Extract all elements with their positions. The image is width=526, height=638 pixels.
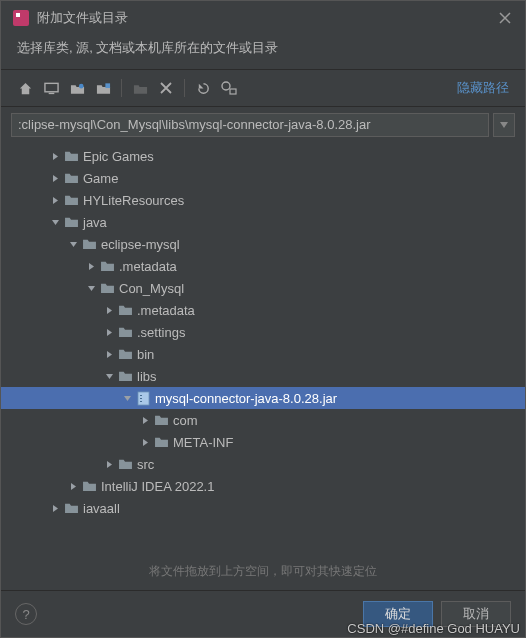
folder-icon [153, 434, 169, 450]
chevron-right-icon[interactable] [137, 412, 153, 428]
path-row: :clipse-mysql\Con_Mysql\libs\mysql-conne… [1, 107, 525, 143]
svg-rect-3 [48, 92, 54, 93]
show-hidden-icon[interactable] [217, 76, 241, 100]
tree-node-label: .metadata [119, 259, 177, 274]
chevron-right-icon[interactable] [101, 346, 117, 362]
dialog-subtitle: 选择库类, 源, 文档或本机库所在的文件或目录 [1, 35, 525, 69]
home-icon[interactable] [13, 76, 37, 100]
tree-node-label: iavaall [83, 501, 120, 516]
tree-node[interactable]: eclipse-mysql [1, 233, 525, 255]
folder-icon [81, 478, 97, 494]
svg-point-6 [222, 82, 230, 90]
folder-icon [63, 500, 79, 516]
module-folder-icon[interactable] [91, 76, 115, 100]
chevron-right-icon[interactable] [137, 434, 153, 450]
svg-rect-2 [44, 83, 57, 91]
tree-node-label: Epic Games [83, 149, 154, 164]
svg-rect-8 [138, 392, 149, 405]
chevron-right-icon[interactable] [65, 478, 81, 494]
tree-node[interactable]: src [1, 453, 525, 475]
chevron-down-icon[interactable] [65, 236, 81, 252]
folder-icon [63, 170, 79, 186]
hide-path-link[interactable]: 隐藏路径 [457, 79, 513, 97]
chevron-right-icon[interactable] [47, 148, 63, 164]
tree-node[interactable]: HYLiteResources [1, 189, 525, 211]
dialog: 附加文件或目录 选择库类, 源, 文档或本机库所在的文件或目录 隐藏路径 :cl… [0, 0, 526, 638]
svg-rect-10 [140, 398, 142, 399]
refresh-icon[interactable] [191, 76, 215, 100]
folder-icon [117, 302, 133, 318]
delete-icon[interactable] [154, 76, 178, 100]
chevron-right-icon[interactable] [101, 324, 117, 340]
svg-rect-5 [105, 83, 110, 88]
svg-rect-1 [16, 13, 20, 17]
footer: ? 确定 取消 [1, 590, 525, 637]
chevron-down-icon[interactable] [101, 368, 117, 384]
path-input[interactable]: :clipse-mysql\Con_Mysql\libs\mysql-conne… [11, 113, 489, 137]
app-logo-icon [13, 10, 29, 26]
ok-button[interactable]: 确定 [363, 601, 433, 627]
help-button[interactable]: ? [15, 603, 37, 625]
close-icon[interactable] [497, 10, 513, 26]
tree-node-label: IntelliJ IDEA 2022.1 [101, 479, 214, 494]
chevron-down-icon[interactable] [119, 390, 135, 406]
tree-node[interactable]: IntelliJ IDEA 2022.1 [1, 475, 525, 497]
tree-node-label: bin [137, 347, 154, 362]
svg-rect-11 [140, 401, 142, 402]
tree-node[interactable]: Epic Games [1, 145, 525, 167]
tree-node-label: META-INF [173, 435, 233, 450]
cancel-button[interactable]: 取消 [441, 601, 511, 627]
folder-icon [117, 346, 133, 362]
drag-hint: 将文件拖放到上方空间，即可对其快速定位 [1, 557, 525, 590]
titlebar: 附加文件或目录 [1, 1, 525, 35]
chevron-right-icon[interactable] [47, 500, 63, 516]
tree-node[interactable]: .metadata [1, 255, 525, 277]
folder-icon [117, 324, 133, 340]
toolbar: 隐藏路径 [1, 69, 525, 107]
project-folder-icon[interactable] [65, 76, 89, 100]
tree-node-label: com [173, 413, 198, 428]
tree-node[interactable]: libs [1, 365, 525, 387]
folder-icon [99, 258, 115, 274]
chevron-down-icon[interactable] [83, 280, 99, 296]
chevron-right-icon[interactable] [101, 456, 117, 472]
tree-node-label: libs [137, 369, 157, 384]
tree-node-label: .metadata [137, 303, 195, 318]
tree-node[interactable]: bin [1, 343, 525, 365]
tree-node-label: eclipse-mysql [101, 237, 180, 252]
folder-icon [153, 412, 169, 428]
tree-node[interactable]: META-INF [1, 431, 525, 453]
tree-node-label: Con_Mysql [119, 281, 184, 296]
folder-icon [81, 236, 97, 252]
svg-rect-7 [230, 89, 236, 94]
dialog-title: 附加文件或目录 [37, 9, 489, 27]
chevron-right-icon[interactable] [101, 302, 117, 318]
file-tree[interactable]: Epic GamesGameHYLiteResourcesjavaeclipse… [1, 143, 525, 557]
tree-node[interactable]: com [1, 409, 525, 431]
chevron-right-icon[interactable] [83, 258, 99, 274]
tree-node-label: java [83, 215, 107, 230]
tree-node[interactable]: mysql-connector-java-8.0.28.jar [1, 387, 525, 409]
svg-point-4 [78, 83, 83, 88]
tree-node-label: .settings [137, 325, 185, 340]
tree-node[interactable]: .settings [1, 321, 525, 343]
tree-node[interactable]: Con_Mysql [1, 277, 525, 299]
folder-icon [117, 456, 133, 472]
tree-node[interactable]: Game [1, 167, 525, 189]
desktop-icon[interactable] [39, 76, 63, 100]
new-folder-icon[interactable] [128, 76, 152, 100]
path-history-button[interactable] [493, 113, 515, 137]
svg-rect-9 [140, 395, 142, 396]
chevron-right-icon[interactable] [47, 170, 63, 186]
folder-icon [117, 368, 133, 384]
tree-node-label: mysql-connector-java-8.0.28.jar [155, 391, 337, 406]
folder-icon [63, 214, 79, 230]
tree-node[interactable]: java [1, 211, 525, 233]
tree-node[interactable]: iavaall [1, 497, 525, 519]
chevron-right-icon[interactable] [47, 192, 63, 208]
tree-node[interactable]: .metadata [1, 299, 525, 321]
chevron-down-icon[interactable] [47, 214, 63, 230]
tree-node-label: Game [83, 171, 118, 186]
folder-icon [63, 192, 79, 208]
tree-node-label: HYLiteResources [83, 193, 184, 208]
